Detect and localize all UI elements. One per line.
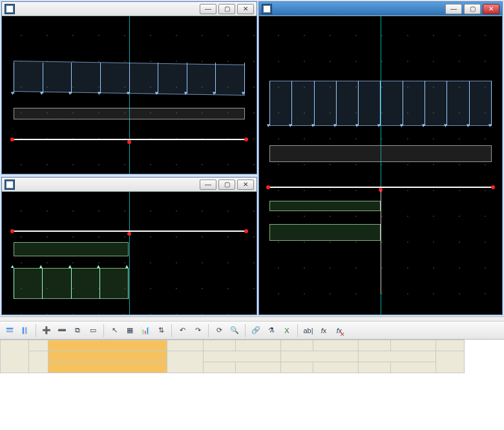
col-I[interactable] [391,340,436,351]
tool-filter[interactable]: ⚗ [264,323,278,338]
window-lc1[interactable]: — ▢ ✕ [1,1,257,174]
tool-edit-row[interactable] [3,323,17,338]
titlebar-lc2[interactable]: — ▢ ✕ [2,178,257,192]
support-left [266,185,270,189]
svg-rect-3 [25,327,27,334]
header-factor-3 [359,362,391,373]
tool-edit-col[interactable] [18,323,32,338]
load-up-g2 [269,224,381,241]
app-icon [262,4,272,14]
close-button[interactable]: ✕ [237,4,254,14]
load-up-upper [14,242,129,256]
separator [297,324,298,337]
load-combinations-table[interactable] [0,340,465,373]
separator [208,324,209,337]
header-no-2 [313,362,359,373]
window-lc2[interactable]: — ▢ ✕ [1,177,257,315]
separator [245,324,246,337]
svg-rect-1 [6,331,14,333]
tool-link[interactable]: 🔗 [249,323,263,338]
titlebar-lc1[interactable]: — ▢ ✕ [2,2,257,16]
grid-scroll[interactable] [0,340,504,430]
header-factor-2 [281,362,313,373]
column-marker [381,190,381,294]
maximize-button[interactable]: ▢ [464,4,481,14]
col-G[interactable] [313,340,359,351]
col-F[interactable] [281,340,313,351]
panel-toolbar[interactable]: ➕ ➖ ⧉ ▭ ↖ ▦ 📊 ⇅ ↶ ↷ ⟳ 🔍 🔗 ⚗ X ab| fx fx✕ [0,322,504,340]
panel-title [0,317,504,322]
separator [171,324,172,337]
support-mid [127,140,131,144]
header-loadcombo [48,351,167,362]
titlebar-co2[interactable]: — ▢ ✕ [259,2,502,16]
col-B[interactable] [48,340,167,351]
tool-sort[interactable]: ⇅ [154,323,168,338]
tool-undo[interactable]: ↶ [175,323,189,338]
tool-chart[interactable]: 📊 [138,323,152,338]
header-no-1 [236,362,281,373]
col-H[interactable] [359,340,391,351]
support-right [491,185,495,189]
support-right [244,229,248,233]
minimize-button[interactable]: — [445,4,462,14]
tool-fx-clear[interactable]: fx✕ [332,323,346,338]
maximize-button[interactable]: ▢ [218,179,235,190]
col-A[interactable] [29,340,48,351]
header-facto [436,351,465,373]
center-axis [129,192,130,314]
separator [36,324,36,337]
support-left [10,138,14,141]
tool-delete-row[interactable]: ➖ [55,323,69,338]
tool-excel[interactable]: X [280,323,294,338]
close-button[interactable]: ✕ [237,179,254,190]
separator [103,324,104,337]
minimize-button[interactable]: — [200,179,216,190]
header-tosolve [167,351,204,373]
header-lc2 [281,351,359,362]
svg-rect-2 [23,327,25,334]
tool-insert-row[interactable]: ➕ [39,323,54,338]
col-D[interactable] [204,340,236,351]
col-J[interactable] [436,340,465,351]
header-lc1 [204,351,281,362]
support-mid [127,232,131,236]
col-C[interactable] [167,340,204,351]
header-row-1 [1,351,465,362]
app-icon [5,4,15,14]
support-right [244,138,248,141]
arrows-blue [14,63,245,94]
tool-refresh[interactable]: ⟳ [212,323,226,338]
header-row-2 [1,362,465,373]
tool-find[interactable]: 🔍 [227,323,242,338]
header-combin [1,340,29,373]
header-ds [29,351,48,373]
header-desc [48,362,167,373]
header-no-3 [391,362,436,373]
header-factor-1 [204,362,236,373]
tool-fx[interactable]: fx [317,323,331,338]
svg-rect-0 [6,327,14,329]
load-combinations-panel[interactable]: ➕ ➖ ⧉ ▭ ↖ ▦ 📊 ⇅ ↶ ↷ ⟳ 🔍 🔗 ⚗ X ab| fx fx✕ [0,316,504,430]
load-up-g1 [269,201,381,211]
diagram-canvas-lc1[interactable] [2,16,257,174]
window-co2[interactable]: — ▢ ✕ [258,1,503,315]
col-E[interactable] [236,340,281,351]
diagram-canvas-co2[interactable] [259,16,502,314]
minimize-button[interactable]: — [200,4,216,14]
maximize-button[interactable]: ▢ [218,4,235,14]
tool-redo[interactable]: ↷ [191,323,205,338]
load-gray [269,145,492,162]
column-letter-row [1,340,465,351]
header-lc3 [359,351,436,362]
tool-copy[interactable]: ⧉ [70,323,85,338]
load-gray [14,108,245,119]
close-button[interactable]: ✕ [483,4,499,14]
arrows-up [14,268,129,299]
tool-comment[interactable]: ab| [301,323,315,338]
tool-table[interactable]: ▦ [123,323,137,338]
tool-cursor[interactable]: ↖ [107,323,121,338]
tool-select[interactable]: ▭ [86,323,100,338]
arrows-blue [269,81,492,126]
diagram-canvas-lc2[interactable] [2,192,257,314]
